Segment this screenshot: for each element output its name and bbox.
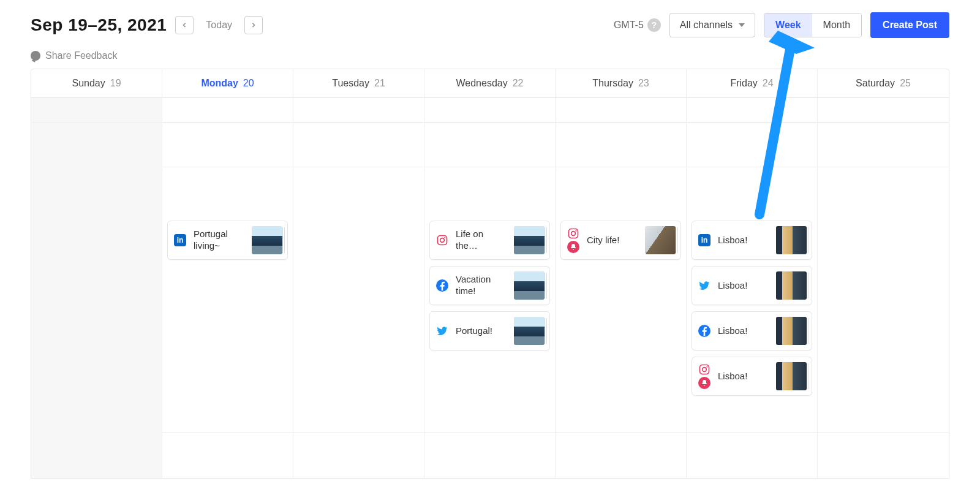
post-text: Vacation time! <box>456 274 508 297</box>
channel-icons <box>566 227 581 253</box>
day-name: Saturday <box>856 78 895 88</box>
drag-handle[interactable] <box>807 227 809 253</box>
instagram-icon <box>698 363 710 376</box>
post-thumbnail <box>645 226 676 254</box>
drag-handle[interactable] <box>545 318 547 344</box>
date-range-title: Sep 19–25, 2021 <box>31 15 167 35</box>
day-number: 25 <box>900 78 911 88</box>
post-thumbnail <box>514 226 545 254</box>
facebook-icon <box>436 279 448 292</box>
view-week-button[interactable]: Week <box>764 13 812 37</box>
post-thumbnail <box>776 226 807 254</box>
day-number: 20 <box>243 78 254 88</box>
timezone-label: GMT-5 <box>614 20 644 31</box>
post-card[interactable]: City life! <box>560 221 681 260</box>
day-header-thursday: Thursday23 <box>556 69 687 97</box>
drag-handle[interactable] <box>807 363 809 389</box>
channel-icons <box>435 234 450 246</box>
linkedin-icon: in <box>174 234 186 246</box>
svg-point-5 <box>575 230 576 232</box>
post-text: Portugal living~ <box>194 229 246 252</box>
post-card[interactable]: Life on the… <box>429 221 550 260</box>
svg-point-2 <box>444 237 445 238</box>
post-thumbnail <box>776 317 807 345</box>
post-card[interactable]: Lisboa! <box>692 266 812 305</box>
day-header-friday: Friday24 <box>687 69 818 97</box>
drag-handle[interactable] <box>545 273 547 298</box>
day-number: 23 <box>638 78 649 88</box>
view-month-button[interactable]: Month <box>812 13 861 37</box>
post-text: Lisboa! <box>718 235 770 246</box>
instagram-icon <box>567 227 579 240</box>
drag-handle[interactable] <box>807 318 809 344</box>
day-number: 21 <box>374 78 385 88</box>
channels-label: All channels <box>680 20 733 31</box>
post-card[interactable]: inPortugal living~ <box>167 221 288 260</box>
post-text: City life! <box>587 235 639 246</box>
chevron-down-icon <box>739 23 745 27</box>
today-button[interactable]: Today <box>202 20 236 31</box>
day-name: Monday <box>201 78 238 88</box>
drag-handle[interactable] <box>807 273 809 298</box>
help-icon[interactable]: ? <box>647 18 661 32</box>
create-post-button[interactable]: Create Post <box>870 12 949 38</box>
day-number: 19 <box>110 78 121 88</box>
share-feedback-link[interactable]: Share Feedback <box>31 50 949 61</box>
svg-point-8 <box>706 366 707 368</box>
svg-rect-0 <box>438 236 447 245</box>
post-text: Portugal! <box>456 325 508 337</box>
post-thumbnail <box>514 317 545 345</box>
events-slot: City life! <box>560 221 681 260</box>
drag-handle[interactable] <box>676 227 678 253</box>
post-card[interactable]: inLisboa! <box>692 221 812 260</box>
day-column-thursday[interactable]: City life! <box>556 98 687 478</box>
channel-icons: in <box>173 234 187 246</box>
post-thumbnail <box>252 226 282 254</box>
feedback-label: Share Feedback <box>45 50 117 61</box>
day-header-wednesday: Wednesday22 <box>424 69 556 97</box>
post-card[interactable]: Lisboa! <box>692 311 812 350</box>
day-name: Wednesday <box>456 78 508 88</box>
post-card[interactable]: Portugal! <box>429 311 550 350</box>
day-column-sunday[interactable] <box>31 98 162 478</box>
day-name: Friday <box>730 78 757 88</box>
drag-handle[interactable] <box>545 227 547 253</box>
events-slot: Life on the…Vacation time!Portugal! <box>429 221 550 350</box>
post-thumbnail <box>514 271 545 300</box>
svg-rect-3 <box>569 229 578 238</box>
channel-icons <box>435 279 450 292</box>
bell-icon <box>567 241 579 253</box>
twitter-icon <box>436 325 448 337</box>
speech-bubble-icon <box>31 51 40 61</box>
day-number: 24 <box>763 78 774 88</box>
channels-dropdown[interactable]: All channels <box>669 13 755 37</box>
channel-icons <box>697 279 712 292</box>
channel-icons <box>435 325 450 337</box>
channel-icons: in <box>697 234 712 246</box>
post-text: Life on the… <box>456 229 508 252</box>
next-week-button[interactable] <box>244 16 263 34</box>
prev-week-button[interactable] <box>175 16 194 34</box>
channel-icons <box>697 363 712 389</box>
post-text: Lisboa! <box>718 280 770 292</box>
day-header-tuesday: Tuesday21 <box>293 69 424 97</box>
svg-point-7 <box>703 368 707 372</box>
day-header-monday: Monday20 <box>162 69 293 97</box>
day-column-saturday[interactable] <box>818 98 949 478</box>
linkedin-icon: in <box>698 234 710 246</box>
day-name: Sunday <box>72 78 105 88</box>
day-column-friday[interactable]: inLisboa!Lisboa!Lisboa!Lisboa! <box>687 98 818 478</box>
post-card[interactable]: Lisboa! <box>692 357 812 396</box>
day-column-monday[interactable]: inPortugal living~ <box>162 98 293 478</box>
instagram-icon <box>436 234 448 246</box>
channel-icons <box>697 325 712 337</box>
day-name: Thursday <box>592 78 633 88</box>
drag-handle[interactable] <box>282 227 285 253</box>
events-slot: inPortugal living~ <box>167 221 288 260</box>
day-column-wednesday[interactable]: Life on the…Vacation time!Portugal! <box>424 98 556 478</box>
post-card[interactable]: Vacation time! <box>429 266 550 305</box>
day-column-tuesday[interactable] <box>293 98 424 478</box>
facebook-icon <box>698 325 710 337</box>
day-name: Tuesday <box>332 78 369 88</box>
day-number: 22 <box>513 78 524 88</box>
